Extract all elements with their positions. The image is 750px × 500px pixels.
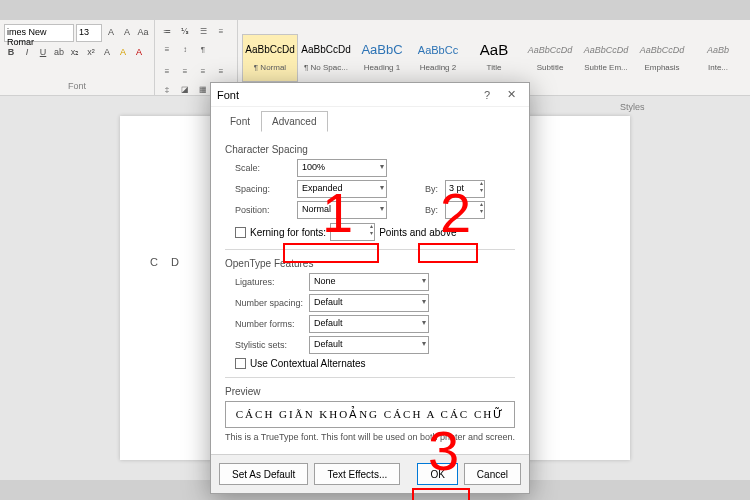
font-size-combo[interactable]: 13 bbox=[76, 24, 102, 42]
numspacing-combo[interactable]: Default bbox=[309, 294, 429, 312]
grow-font-icon[interactable]: A bbox=[104, 24, 118, 40]
cancel-button[interactable]: Cancel bbox=[464, 463, 521, 485]
align-left-icon[interactable]: ≡ bbox=[159, 64, 175, 80]
superscript-icon[interactable]: x² bbox=[84, 44, 98, 60]
borders-icon[interactable]: ▦ bbox=[195, 82, 211, 96]
align-right-icon[interactable]: ≡ bbox=[195, 64, 211, 80]
dialog-titlebar[interactable]: Font ? ✕ bbox=[211, 83, 529, 107]
help-icon[interactable]: ? bbox=[475, 89, 499, 101]
position-label: Position: bbox=[225, 205, 293, 215]
stylistic-label: Stylistic sets: bbox=[225, 340, 305, 350]
style-heading2[interactable]: AaBbCcHeading 2 bbox=[410, 34, 466, 82]
styles-group-label: Styles bbox=[620, 102, 645, 112]
font-group-label: Font bbox=[4, 81, 150, 91]
font-color-icon[interactable]: A bbox=[132, 44, 146, 60]
indent-dec-icon[interactable]: ≡ bbox=[213, 24, 229, 40]
ligatures-label: Ligatures: bbox=[225, 277, 305, 287]
font-dialog: Font ? ✕ Font Advanced Character Spacing… bbox=[210, 82, 530, 494]
kerning-spinner[interactable] bbox=[330, 223, 375, 241]
preview-note: This is a TrueType font. This font will … bbox=[225, 432, 515, 442]
style-heading1[interactable]: AaBbCHeading 1 bbox=[354, 34, 410, 82]
kerning-checkbox[interactable] bbox=[235, 227, 246, 238]
strike-icon[interactable]: ab bbox=[52, 44, 66, 60]
opentype-title: OpenType Features bbox=[225, 258, 515, 269]
by1-label: By: bbox=[425, 184, 441, 194]
numforms-combo[interactable]: Default bbox=[309, 315, 429, 333]
kerning-label: Kerning for fonts: bbox=[250, 227, 326, 238]
scale-combo[interactable]: 100% bbox=[297, 159, 387, 177]
show-marks-icon[interactable]: ¶ bbox=[195, 42, 211, 58]
set-default-button[interactable]: Set As Default bbox=[219, 463, 308, 485]
close-icon[interactable]: ✕ bbox=[499, 88, 523, 101]
tab-advanced[interactable]: Advanced bbox=[261, 111, 327, 132]
position-by-spinner[interactable] bbox=[445, 201, 485, 219]
font-group: imes New Romar 13 A A Aa B I U ab x₂ x² … bbox=[0, 20, 155, 95]
highlight-icon[interactable]: A bbox=[116, 44, 130, 60]
align-center-icon[interactable]: ≡ bbox=[177, 64, 193, 80]
sort-icon[interactable]: ↕ bbox=[177, 42, 193, 58]
preview-title: Preview bbox=[225, 386, 515, 397]
ok-button[interactable]: OK bbox=[417, 463, 457, 485]
stylistic-combo[interactable]: Default bbox=[309, 336, 429, 354]
kerning-after-label: Points and above bbox=[379, 227, 456, 238]
style-emphasis[interactable]: AaBbCcDdEmphasis bbox=[634, 34, 690, 82]
font-name-combo[interactable]: imes New Romar bbox=[4, 24, 74, 42]
style-no-spacing[interactable]: AaBbCcDd¶ No Spac... bbox=[298, 34, 354, 82]
dialog-tabs: Font Advanced bbox=[211, 107, 529, 132]
bullets-icon[interactable]: ≔ bbox=[159, 24, 175, 40]
spacing-combo[interactable]: Expanded bbox=[297, 180, 387, 198]
ligatures-combo[interactable]: None bbox=[309, 273, 429, 291]
dialog-title: Font bbox=[217, 89, 475, 101]
style-subtitle[interactable]: AaBbCcDdSubtitle bbox=[522, 34, 578, 82]
bold-icon[interactable]: B bbox=[4, 44, 18, 60]
justify-icon[interactable]: ≡ bbox=[213, 64, 229, 80]
numforms-label: Number forms: bbox=[225, 319, 305, 329]
indent-inc-icon[interactable]: ≡ bbox=[159, 42, 175, 58]
line-spacing-icon[interactable]: ‡ bbox=[159, 82, 175, 96]
by2-label: By: bbox=[425, 205, 441, 215]
change-case-icon[interactable]: Aa bbox=[136, 24, 150, 40]
char-spacing-title: Character Spacing bbox=[225, 144, 515, 155]
style-subtle-em[interactable]: AaBbCcDdSubtle Em... bbox=[578, 34, 634, 82]
position-combo[interactable]: Normal bbox=[297, 201, 387, 219]
italic-icon[interactable]: I bbox=[20, 44, 34, 60]
text-effects-icon[interactable]: A bbox=[100, 44, 114, 60]
dialog-footer: Set As Default Text Effects... OK Cancel bbox=[211, 454, 529, 493]
spacing-label: Spacing: bbox=[225, 184, 293, 194]
numspacing-label: Number spacing: bbox=[225, 298, 305, 308]
numbering-icon[interactable]: ⅓ bbox=[177, 24, 193, 40]
style-normal[interactable]: AaBbCcDd¶ Normal bbox=[242, 34, 298, 82]
underline-icon[interactable]: U bbox=[36, 44, 50, 60]
shrink-font-icon[interactable]: A bbox=[120, 24, 134, 40]
contextual-label: Use Contextual Alternates bbox=[250, 358, 366, 369]
spacing-by-spinner[interactable]: 3 pt bbox=[445, 180, 485, 198]
multilevel-icon[interactable]: ☰ bbox=[195, 24, 211, 40]
scale-label: Scale: bbox=[225, 163, 293, 173]
style-intense[interactable]: AaBbInte... bbox=[690, 34, 746, 82]
tab-font[interactable]: Font bbox=[219, 111, 261, 132]
shading-icon[interactable]: ◪ bbox=[177, 82, 193, 96]
subscript-icon[interactable]: x₂ bbox=[68, 44, 82, 60]
text-effects-button[interactable]: Text Effects... bbox=[314, 463, 400, 485]
style-title[interactable]: AaBTitle bbox=[466, 34, 522, 82]
preview-box: CÁCH GIÃN KHOẢNG CÁCH A CÁC CHỮ bbox=[225, 401, 515, 428]
contextual-checkbox[interactable] bbox=[235, 358, 246, 369]
